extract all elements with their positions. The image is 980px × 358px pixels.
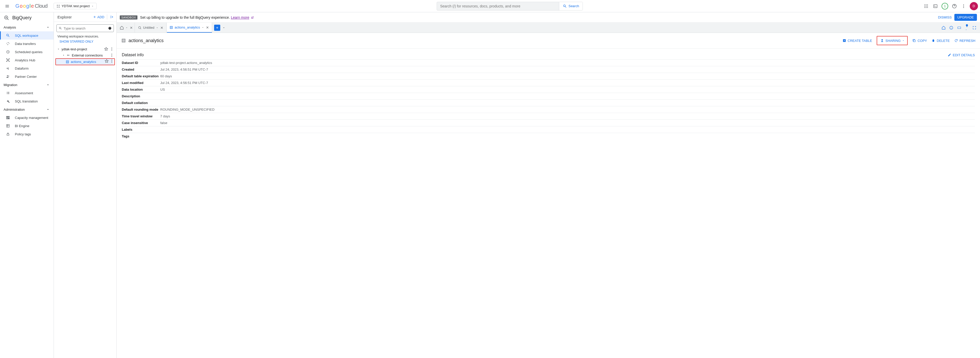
learn-more-link[interactable]: Learn more [231, 15, 249, 19]
nav-scheduled-queries[interactable]: Scheduled queries [0, 48, 54, 56]
more-vert-icon[interactable] [110, 59, 114, 63]
show-starred-link[interactable]: SHOW STARRED ONLY [54, 38, 116, 46]
explorer-search-input[interactable] [64, 26, 107, 30]
nav-bi-engine[interactable]: BI Engine [0, 122, 54, 130]
product-title[interactable]: BigQuery [0, 12, 54, 23]
tab-dropdown[interactable] [222, 26, 225, 29]
svg-point-50 [171, 28, 171, 28]
nav-partner-center[interactable]: Partner Center [0, 72, 54, 81]
nav-data-transfers[interactable]: Data transfers [0, 40, 54, 48]
search-button[interactable]: Search [559, 2, 582, 10]
copy-icon [912, 39, 916, 42]
bigquery-icon [3, 15, 9, 21]
info-value: US [160, 86, 975, 93]
dataset-info-title: Dataset info [122, 53, 143, 57]
info-value: Jul 24, 2023, 4:56:51 PM UTC-7 [160, 66, 975, 73]
close-icon[interactable] [160, 26, 164, 30]
chevron-up-icon [46, 25, 50, 29]
upgrade-button[interactable]: UPGRADE [955, 14, 977, 21]
svg-point-31 [111, 48, 112, 48]
info-row: CreatedJul 24, 2023, 4:56:51 PM UTC-7 [122, 66, 975, 73]
keyboard-icon[interactable] [957, 26, 961, 30]
svg-point-39 [67, 61, 67, 61]
svg-point-7 [924, 6, 925, 6]
dismiss-button[interactable]: DISMISS [938, 15, 951, 19]
refresh-button[interactable]: REFRESH [955, 39, 975, 43]
nav-assessment[interactable]: Assessment [0, 89, 54, 97]
tree-project-row[interactable]: ydtak-test-project [55, 46, 115, 52]
nav-sql-workspace[interactable]: SQL workspace [0, 31, 54, 40]
nav-sql-translation[interactable]: SQL translation [0, 97, 54, 105]
info-value [160, 133, 975, 140]
svg-rect-13 [934, 5, 937, 8]
create-table-button[interactable]: CREATE TABLE [843, 39, 872, 43]
info-row: Default rounding modeROUNDING_MODE_UNSPE… [122, 106, 975, 113]
svg-text:?: ? [110, 27, 110, 29]
help-icon[interactable] [951, 3, 958, 9]
svg-point-22 [9, 59, 10, 59]
svg-rect-47 [170, 26, 172, 29]
svg-point-12 [927, 7, 928, 8]
tab-home[interactable] [118, 22, 135, 33]
page-header: actions_analytics CREATE TABLE SHARING C… [117, 33, 980, 48]
notifications-badge[interactable]: 1 [942, 3, 948, 10]
info-key: Created [122, 66, 160, 73]
sharing-button[interactable]: SHARING [877, 36, 908, 45]
star-icon[interactable] [104, 47, 108, 51]
person-add-icon [880, 38, 884, 43]
info-value: Jul 24, 2023, 4:56:51 PM UTC-7 [160, 80, 975, 86]
svg-point-24 [9, 61, 10, 62]
search-input[interactable] [437, 2, 559, 10]
plus-icon [93, 15, 96, 19]
close-icon[interactable] [206, 26, 209, 29]
tab-actions-analytics[interactable]: actions_analytics [167, 22, 212, 33]
star-icon[interactable] [105, 59, 109, 63]
collapse-panel-icon[interactable] [110, 15, 114, 19]
delete-button[interactable]: DELETE [932, 39, 950, 43]
info-icon[interactable] [949, 26, 953, 30]
google-cloud-logo[interactable]: Google Cloud [15, 3, 48, 9]
nav-capacity-management[interactable]: Capacity management [0, 113, 54, 122]
svg-point-25 [7, 75, 8, 76]
new-tab-button[interactable] [214, 25, 220, 31]
tab-strip: Untitled actions_analytics [117, 22, 980, 33]
explorer-add-button[interactable]: ADD [93, 15, 104, 19]
close-icon[interactable] [129, 26, 133, 30]
nav-analytics-hub[interactable]: Analytics Hub [0, 56, 54, 64]
lightbulb-icon[interactable] [965, 24, 969, 32]
nav-policy-tags[interactable]: Policy tags [0, 130, 54, 138]
section-migration[interactable]: Migration [0, 81, 54, 89]
cloud-shell-icon[interactable] [932, 3, 939, 9]
lock-icon [6, 132, 10, 136]
more-vert-icon[interactable] [110, 53, 114, 57]
more-vert-icon[interactable] [110, 47, 114, 51]
info-key: Default rounding mode [122, 106, 160, 113]
fullscreen-icon[interactable] [972, 26, 977, 30]
main-content: SANDBOX Set up billing to upgrade to the… [117, 12, 980, 358]
chevron-down-icon [902, 39, 905, 42]
more-vert-icon[interactable] [961, 3, 967, 9]
section-administration[interactable]: Administration [0, 105, 54, 113]
help-filled-icon[interactable]: ? [108, 26, 111, 30]
project-selector[interactable]: YDTAK test project [54, 3, 97, 9]
apps-icon[interactable] [923, 3, 929, 9]
svg-point-21 [6, 59, 7, 59]
section-analysis[interactable]: Analysis [0, 23, 54, 31]
chevron-down-icon [202, 26, 204, 29]
copy-button[interactable]: COPY [912, 39, 927, 43]
svg-point-49 [172, 27, 172, 27]
chevron-up-icon [46, 83, 50, 87]
avatar[interactable]: D [970, 2, 978, 10]
svg-point-8 [926, 6, 927, 6]
tab-untitled[interactable]: Untitled [135, 22, 166, 33]
external-link-icon [251, 16, 254, 19]
explorer-title: Explorer [57, 15, 72, 19]
nav-dataform[interactable]: Dataform [0, 64, 54, 72]
tree-external-connections-row[interactable]: External connections [55, 52, 115, 58]
hamburger-menu-icon[interactable] [2, 1, 12, 11]
home-outline-icon[interactable] [942, 26, 946, 30]
svg-rect-61 [913, 40, 915, 42]
info-key: Tags [122, 133, 160, 140]
edit-details-button[interactable]: EDIT DETAILS [948, 53, 975, 57]
chevron-down-icon [57, 48, 60, 51]
